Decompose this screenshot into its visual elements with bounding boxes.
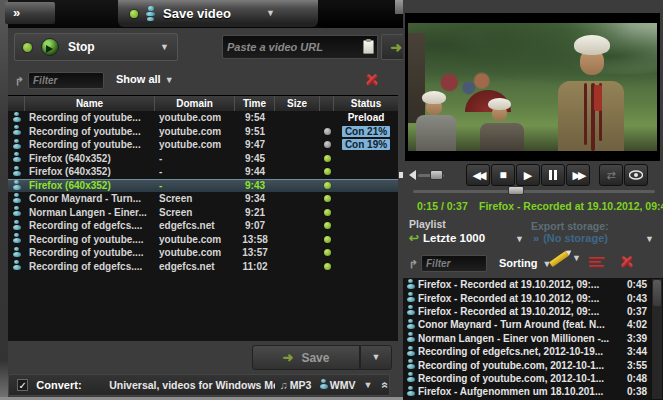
table-row[interactable]: Firefox (640x352)-9:43 <box>8 179 398 193</box>
watch-eye-button[interactable] <box>624 164 648 186</box>
seek-bar[interactable] <box>413 190 655 193</box>
row-status: Con 19% <box>334 139 398 150</box>
playlist-scroll-thumb[interactable] <box>653 280 661 306</box>
tab-label: Save video <box>163 6 231 21</box>
playlist-item[interactable]: Firefox - Aufgenommen um 18.10.201...0:3… <box>403 385 651 398</box>
row-name: Recording of youtube.... <box>25 234 155 245</box>
table-row[interactable]: Recording of youtube....youtube.com13:57 <box>8 246 398 260</box>
playlist-filter-input[interactable] <box>421 255 487 272</box>
header-status[interactable]: Status <box>334 96 398 111</box>
sidebar-expand-button[interactable]: » <box>5 2 55 24</box>
sort-order-icon[interactable] <box>589 257 605 269</box>
shuffle-button[interactable]: ⇄ <box>599 164 623 186</box>
table-row[interactable]: Firefox (640x352)-9:45 <box>8 152 398 166</box>
playlist-item[interactable]: Firefox - Recorded at 19.10.2012, 09:...… <box>403 305 651 318</box>
playlist-item-duration: 3:39 <box>623 333 651 344</box>
save-options-caret[interactable]: ▼ <box>360 345 392 370</box>
playlist-scrollbar[interactable] <box>651 278 663 400</box>
row-state <box>320 195 334 202</box>
row-time: 9:51 <box>235 126 275 137</box>
table-row[interactable]: Conor Maynard - Turn...Screen9:34 <box>8 192 398 206</box>
row-state <box>320 128 334 135</box>
edit-entry-button[interactable]: ▼ <box>549 254 581 263</box>
wmv-option[interactable]: WMV <box>330 379 356 391</box>
row-name: Recording of youtube... <box>25 126 155 137</box>
playlist-select-dropdown[interactable]: ↪ Letzte 1000 <box>409 231 485 245</box>
row-state <box>320 222 334 229</box>
video-type-icon <box>8 193 25 205</box>
table-row[interactable]: Recording of edgefcs....edgefcs.net11:02 <box>8 260 398 274</box>
row-time: 9:47 <box>235 139 275 150</box>
video-type-icon <box>8 220 25 232</box>
header-domain[interactable]: Domain <box>155 96 235 111</box>
row-domain: Screen <box>155 193 235 204</box>
record-mode-caret-icon[interactable]: ▼ <box>160 43 169 52</box>
header-state-col <box>320 96 334 111</box>
playlist-item[interactable]: Recording of youtube.com, 2012-10-1...0:… <box>403 372 651 385</box>
table-row[interactable]: Recording of youtube...youtube.com9:47Co… <box>8 138 398 152</box>
convert-format-caret[interactable]: ▼ <box>363 381 372 390</box>
volume-control[interactable] <box>409 170 465 180</box>
table-row[interactable]: Recording of youtube...youtube.com9:51Co… <box>8 125 398 139</box>
table-row[interactable]: Norman Langen - Einer...Screen9:21 <box>8 206 398 220</box>
playlist-item-duration: 0:48 <box>623 373 651 384</box>
playlist-item[interactable]: Conor Maynard - Turn Around (feat. N...4… <box>403 318 651 331</box>
record-stop-button[interactable]: Stop ▼ <box>14 33 178 61</box>
playlist-swoosh-icon: ↪ <box>409 231 419 245</box>
header-size[interactable]: Size <box>275 96 320 111</box>
playlist-item-title: Firefox - Recorded at 19.10.2012, 09:... <box>418 279 623 290</box>
playlist-item[interactable]: Recording of youtube.com, 2012-10-1...3:… <box>403 358 651 371</box>
video-preview[interactable] <box>405 13 660 161</box>
export-storage-caret[interactable]: ▼ <box>645 235 654 244</box>
video-url-input[interactable] <box>222 35 360 59</box>
tab-save-video[interactable]: Save video ▼ <box>118 0 318 27</box>
convert-checkbox[interactable]: ✓ <box>17 379 28 391</box>
stop-playback-button[interactable]: ■ <box>491 164 515 186</box>
recording-led-icon <box>23 43 32 52</box>
play-button[interactable]: ▶ <box>516 164 540 186</box>
save-arrow-icon: ➜ <box>283 350 294 365</box>
delete-playlist-item-button[interactable] <box>619 254 635 270</box>
mp3-option[interactable]: MP3 <box>290 379 312 391</box>
playback-controls: ◀◀ ■ ▶ ▶▶ ⇄ <box>403 163 663 187</box>
export-storage-dropdown[interactable]: » (No storage) <box>533 232 608 244</box>
delete-capture-button[interactable] <box>364 72 380 88</box>
fast-forward-button[interactable]: ▶▶ <box>566 164 590 186</box>
tab-menu-caret-icon[interactable]: ▼ <box>266 9 275 18</box>
playlist-item-title: Recording of youtube.com, 2012-10-1... <box>418 373 623 384</box>
row-time: 13:57 <box>235 247 275 258</box>
playlist-item[interactable]: Recording of edgefcs.net, 2012-10-19...3… <box>403 345 651 358</box>
playlist-item[interactable]: Norman Langen - Einer von Millionen -...… <box>403 332 651 345</box>
row-status: Con 21% <box>334 126 398 137</box>
save-button[interactable]: ➜ Save <box>252 345 360 370</box>
record-stop-label: Stop <box>68 40 151 54</box>
pause-button[interactable] <box>541 164 565 186</box>
paste-clipboard-icon[interactable] <box>360 35 378 59</box>
playlist-item[interactable]: Firefox - Recorded at 19.10.2012, 09:...… <box>403 278 651 291</box>
table-header: Name Domain Time Size Status <box>8 96 398 111</box>
playlist-item-icon <box>406 319 415 331</box>
playlist-select-caret[interactable]: ▼ <box>515 235 524 244</box>
row-time: 9:44 <box>235 166 275 177</box>
row-name: Firefox (640x352) <box>25 166 155 177</box>
header-time[interactable]: Time <box>235 96 275 111</box>
convert-profile-dropdown[interactable]: Universal, videos for Windows Media... <box>109 379 275 391</box>
collapse-convert-bar-icon[interactable]: « <box>379 382 393 389</box>
seek-thumb[interactable] <box>508 186 524 195</box>
table-row[interactable]: Recording of youtube...youtube.com9:54Pr… <box>8 111 398 125</box>
table-row[interactable]: Recording of edgefcs....edgefcs.net9:07 <box>8 219 398 233</box>
playlist-item[interactable]: Firefox - Recorded at 19.10.2012, 09:...… <box>403 291 651 304</box>
show-all-dropdown[interactable]: Show all▼ <box>116 73 174 85</box>
table-row[interactable]: Firefox (640x352)-9:44 <box>8 165 398 179</box>
volume-slider[interactable] <box>418 174 444 177</box>
header-name[interactable]: Name <box>25 96 155 111</box>
volume-thumb[interactable] <box>430 170 443 180</box>
table-row[interactable]: Recording of youtube....youtube.com13:58 <box>8 233 398 247</box>
rewind-button[interactable]: ◀◀ <box>466 164 490 186</box>
row-name: Recording of youtube... <box>25 112 155 123</box>
playlist-item-icon <box>406 332 415 344</box>
capture-filter-input[interactable] <box>28 72 104 89</box>
row-domain: youtube.com <box>155 234 235 245</box>
row-state <box>320 249 334 256</box>
sorting-dropdown[interactable]: Sorting▼ <box>499 257 551 269</box>
